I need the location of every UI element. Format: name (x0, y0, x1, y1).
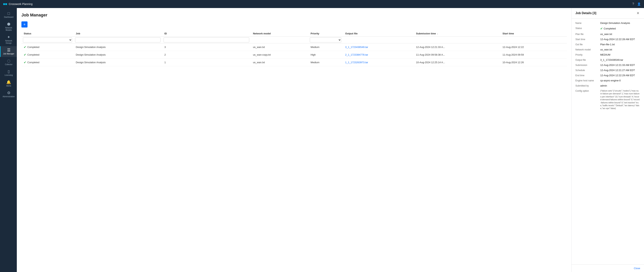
status-label: Completed (27, 46, 39, 48)
col-header-id: ID (162, 30, 250, 37)
detail-row: Submitted byadmin (576, 84, 640, 87)
cell-output-file[interactable]: 3_1_1723436549.tar (343, 43, 414, 51)
cell-output-file[interactable]: 1_1_1723263973.tar (343, 59, 414, 66)
detail-label: Priority (576, 53, 600, 56)
details-body: NameDesign:Simulation AnalysisStatus✔Com… (572, 18, 644, 264)
detail-label: Plan file (576, 33, 600, 36)
cell-network-model: us_wan.txt (251, 59, 308, 66)
main-layout: □ Dashboard ⬢ Network Models ✦ Network D… (0, 8, 644, 272)
detail-value: 12-Aug-2024 12:21:27 AM EDT (600, 69, 640, 72)
sidebar-item-collector[interactable]: ◌ Collector (0, 57, 17, 68)
detail-value: Plan-file-1.txt (600, 43, 640, 46)
alerts-icon: 🔔 (6, 80, 11, 84)
sidebar-label-job-manager: Job Manager (3, 53, 14, 55)
detail-value: Design:Simulation Analysis (600, 22, 640, 24)
detail-value: admin (600, 84, 640, 87)
detail-label: Engine host name (576, 79, 600, 82)
detail-value: 12-Aug-2024 12:21:33 AM EDT (600, 64, 640, 66)
cell-submission-time: 10-Aug-2024 12:25:14 A... (414, 59, 500, 66)
filter-network-model-cell (251, 37, 308, 43)
detail-label: Schedule (576, 69, 600, 72)
job-manager-icon: ☰ (7, 48, 10, 52)
cell-job: Design:Simulation Analysis (74, 43, 162, 51)
details-header: Job Details [3] ✕ (572, 8, 644, 18)
details-close-link[interactable]: Close (634, 267, 640, 270)
output-file-link[interactable]: 3_1_1723436549.tar (345, 46, 368, 48)
filter-status-cell (22, 37, 74, 43)
status-completed-icon: ✔ (24, 60, 26, 64)
detail-value: 12-Aug-2024 12:22:29 AM EDT (600, 74, 640, 77)
sidebar-item-licensing[interactable]: ▯ Licensing (0, 68, 17, 78)
sidebar-item-network-design[interactable]: ✦ Network Design (0, 33, 17, 46)
detail-row: Submission12-Aug-2024 12:21:33 AM EDT (576, 64, 640, 66)
job-table-container: Status Job ID Network model Priority Out… (22, 30, 567, 268)
filter-output-file-cell (343, 37, 414, 43)
detail-label: Network model (576, 48, 600, 51)
help-icon[interactable]: ? (632, 2, 634, 6)
user-icon[interactable]: 👤 (637, 2, 641, 6)
sidebar-label-alerts: Alerts (6, 85, 11, 87)
detail-label: Output file (576, 58, 600, 61)
cell-priority: Medium (308, 59, 343, 66)
details-close-button[interactable]: ✕ (636, 11, 640, 15)
filter-priority-select[interactable] (310, 38, 341, 42)
page-title: Job Manager (22, 12, 567, 18)
detail-value: us_wan.txt (600, 33, 640, 36)
table-header-row: Status Job ID Network model Priority Out… (22, 30, 567, 37)
detail-row: End time12-Aug-2024 12:22:29 AM EDT (576, 74, 640, 77)
detail-row: Network modelus_wan.txt (576, 48, 640, 51)
detail-row: NameDesign:Simulation Analysis (576, 22, 640, 24)
status-completed-icon: ✔ (24, 45, 26, 49)
cisco-logo-icon: ■■ (3, 2, 7, 6)
col-header-submission-time[interactable]: Submission time ↓ (414, 30, 500, 37)
sidebar-label-collector: Collector (5, 64, 12, 66)
toolbar: + (22, 22, 567, 28)
cell-output-file[interactable]: 2_1_1723384778.tar (343, 51, 414, 59)
cell-job: Design:Simulation Analysis (74, 51, 162, 59)
sidebar-item-alerts[interactable]: 🔔 Alerts (0, 78, 17, 89)
cell-priority: High (308, 51, 343, 59)
sidebar-item-job-manager[interactable]: ☰ Job Manager (0, 46, 17, 57)
cell-status: ✔Completed (22, 43, 74, 51)
details-footer: Close (572, 264, 644, 272)
col-header-priority: Priority (308, 30, 343, 37)
administration-icon: ⚙ (7, 91, 10, 95)
cell-id: 3 (162, 43, 250, 51)
details-panel: Job Details [3] ✕ NameDesign:Simulation … (572, 8, 644, 272)
cisco-logo: ■■ Crosswork Planning (3, 2, 32, 6)
table-row[interactable]: ✔CompletedDesign:Simulation Analysis1us_… (22, 59, 567, 66)
filter-status-select[interactable] (23, 38, 72, 42)
table-row[interactable]: ✔CompletedDesign:Simulation Analysis2us_… (22, 51, 567, 59)
table-row[interactable]: ✔CompletedDesign:Simulation Analysis3us_… (22, 43, 567, 51)
sidebar-item-dashboard[interactable]: □ Dashboard (0, 10, 17, 20)
top-nav: ■■ Crosswork Planning ? 👤 (0, 0, 644, 8)
dashboard-icon: □ (8, 12, 10, 15)
detail-value: us_wan.txt (600, 48, 640, 51)
cell-id: 1 (162, 59, 250, 66)
detail-row: Status✔Completed (576, 27, 640, 30)
detail-row: Out filePlan-file-1.txt (576, 43, 640, 46)
cell-status: ✔Completed (22, 51, 74, 59)
detail-label: Name (576, 22, 600, 24)
col-header-network-model: Network model (251, 30, 308, 37)
detail-value: 12-Aug-2024 12:22:28 AM EDT (600, 38, 640, 41)
collector-icon: ◌ (7, 59, 10, 63)
sidebar-item-administration[interactable]: ⚙ Administration (0, 89, 17, 100)
cell-priority: Medium (308, 43, 343, 51)
detail-row: Plan fileus_wan.txt (576, 33, 640, 36)
detail-label: Out file (576, 43, 600, 46)
filter-job-input[interactable] (75, 38, 161, 42)
add-job-button[interactable]: + (22, 22, 28, 28)
cell-network-model: us_wan.txt (251, 43, 308, 51)
app-title: Crosswork Planning (9, 2, 33, 6)
col-header-job: Job (74, 30, 162, 37)
sidebar-item-network-models[interactable]: ⬢ Network Models (0, 20, 17, 33)
sidebar-label-network-design: Network Design (2, 40, 15, 44)
filter-row (22, 37, 567, 43)
cell-job: Design:Simulation Analysis (74, 59, 162, 66)
status-completed-icon: ✔ (600, 27, 603, 30)
detail-value: cp-async-engine-0 (600, 79, 640, 82)
output-file-link[interactable]: 1_1_1723263973.tar (345, 61, 368, 64)
filter-id-input[interactable] (164, 38, 249, 42)
output-file-link[interactable]: 2_1_1723384778.tar (345, 53, 368, 56)
